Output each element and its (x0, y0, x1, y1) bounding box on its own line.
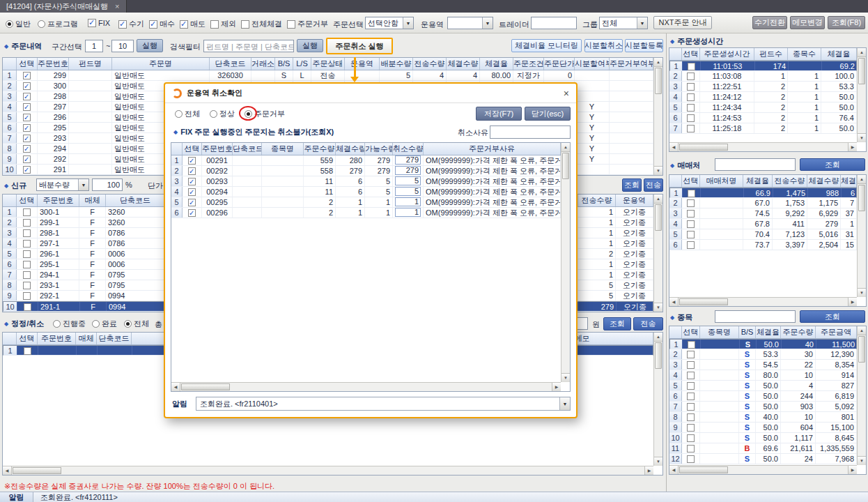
column-header[interactable]: 종목수 (788, 48, 821, 60)
table-row[interactable]: 12S50.0247,968 (669, 454, 857, 464)
scroll-down-icon[interactable]: ▼ (858, 456, 866, 465)
table-row[interactable]: 374.59,2926,92937 (669, 208, 857, 219)
vertical-scrollbar[interactable]: ▲▼ (653, 195, 662, 312)
scroll-right-icon[interactable]: ▶ (848, 298, 857, 306)
row-checkbox[interactable] (23, 93, 31, 100)
table-row[interactable]: 3S54.5228,354 (669, 360, 857, 370)
scroll-right-icon[interactable]: ▶ (848, 466, 857, 474)
horizontal-scrollbar[interactable]: ◀▶ (669, 465, 857, 474)
row-checkbox[interactable] (687, 382, 695, 390)
column-header[interactable]: 체결수량 (447, 58, 480, 70)
table-row[interactable]: 4S80.010914 (669, 370, 857, 381)
scrollbar-thumb[interactable] (562, 153, 569, 179)
column-header[interactable]: 전송수량 (578, 195, 616, 206)
scroll-down-icon[interactable]: ▼ (654, 303, 662, 312)
row-checkbox[interactable] (23, 82, 31, 90)
row-checkbox[interactable] (687, 220, 695, 228)
column-header[interactable]: 주문명 (112, 58, 210, 70)
cancel-qty-input[interactable]: 279 (395, 155, 421, 165)
row-checkbox[interactable] (687, 361, 695, 369)
table-row[interactable]: 9S50.060415,100 (669, 423, 857, 433)
scrollbar-thumb[interactable] (858, 336, 865, 363)
column-header[interactable]: 선택 (17, 195, 38, 206)
sell-checkbox[interactable]: 매도 (180, 19, 206, 29)
chevron-down-icon[interactable]: ▼ (78, 179, 88, 190)
row-checkbox[interactable] (23, 292, 31, 300)
dialog-radio-normal[interactable]: 정상 (210, 109, 235, 119)
manual-checkbox[interactable]: 수기 (118, 19, 144, 29)
cancel-qty-input[interactable]: 279 (395, 166, 421, 175)
scroll-up-icon[interactable]: ▲ (858, 326, 866, 335)
cancel-qty-input[interactable]: 5 (395, 187, 421, 196)
column-header[interactable]: 취소수량 (393, 143, 424, 155)
horizontal-scrollbar[interactable]: ◀▶ (3, 466, 653, 475)
row-checkbox[interactable] (24, 347, 31, 355)
table-row[interactable]: 200292558279279279OM(9999999):가격 제한 폭 오류… (171, 166, 561, 176)
column-header[interactable]: 체결수량 (336, 143, 365, 155)
row-checkbox[interactable] (23, 250, 31, 258)
table-row[interactable]: 40029411655OM(9999999):가격 제한 폭 오류, 주문거 (171, 187, 561, 197)
table-row[interactable]: 166.91,4759886 (669, 188, 857, 198)
column-header[interactable]: B/S (739, 326, 756, 338)
scroll-up-icon[interactable]: ▲ (654, 333, 662, 342)
row-checkbox[interactable] (23, 271, 31, 279)
row-checkbox[interactable] (23, 103, 31, 111)
column-header[interactable]: 선택 (682, 175, 700, 187)
row-checkbox[interactable] (188, 188, 196, 196)
column-header[interactable]: 선택 (682, 48, 700, 60)
alloc-qty-dropdown[interactable]: 배분수량▼ (36, 178, 89, 191)
row-checkbox[interactable] (688, 63, 695, 70)
row-checkbox[interactable] (23, 145, 31, 153)
column-header[interactable]: 단축코드 (106, 195, 165, 206)
scrollbar-thumb[interactable] (679, 144, 728, 151)
column-header[interactable]: 종목명 (262, 143, 304, 155)
row-checkbox[interactable] (23, 261, 31, 268)
row-checkbox[interactable] (23, 166, 31, 174)
column-header[interactable]: 전송수량 (773, 175, 807, 187)
cancel-qty-input[interactable]: 1 (395, 197, 421, 206)
column-header[interactable]: 매매처명 (700, 175, 743, 187)
table-row[interactable]: 267.01,7531,1757 (669, 198, 857, 208)
chevron-down-icon[interactable]: ▼ (403, 17, 413, 29)
dialog-close-button[interactable]: 닫기(esc) (525, 107, 571, 121)
row-checkbox[interactable] (23, 114, 31, 121)
dialog-save-button[interactable]: 저장(F7) (476, 107, 522, 121)
table-row[interactable]: 1299일반매도326030SL전송54480.00지정가0 (3, 70, 653, 81)
row-checkbox[interactable] (188, 157, 196, 165)
vertical-scrollbar[interactable]: ▲▼ (857, 48, 866, 142)
fix-checkbox[interactable]: FIX (88, 19, 110, 27)
table-row[interactable]: 211:03:0811100.0 (669, 71, 857, 82)
column-header[interactable]: 주문조건 (513, 58, 544, 70)
cancel-reason-input[interactable] (490, 126, 571, 139)
dialog-title-bar[interactable]: 운용역 취소확인 × (165, 84, 576, 103)
scroll-left-icon[interactable]: ◀ (669, 143, 679, 151)
table-row[interactable]: 311:22:512153.3 (669, 82, 857, 92)
column-header[interactable]: 주문금액 (816, 326, 857, 338)
row-checkbox[interactable] (687, 199, 695, 207)
vertical-scrollbar[interactable]: ▲▼ (561, 143, 570, 382)
vertical-scrollbar[interactable]: ▲▼ (653, 333, 662, 466)
cancel-qty-input[interactable]: 1 (395, 208, 421, 217)
row-checkbox[interactable] (687, 413, 695, 421)
column-header[interactable]: 체결율 (756, 326, 781, 338)
column-header[interactable]: 종목명 (700, 326, 739, 338)
horizontal-scrollbar[interactable]: ◀▶ (669, 297, 857, 306)
manager-dropdown[interactable]: ▼ (447, 17, 493, 29)
table-row[interactable]: 570.47,1235,01631 (669, 229, 857, 240)
scroll-up-icon[interactable]: ▲ (654, 195, 662, 204)
table-row[interactable]: 5002952111OM(9999999):가격 제한 폭 오류, 주문거 (171, 197, 561, 208)
row-checkbox[interactable] (23, 124, 31, 132)
time-split-cancel-button[interactable]: 시분할취소 (584, 39, 623, 52)
table-row[interactable]: 100291559280279279OM(9999999):가격 제한 폭 오류… (171, 155, 561, 166)
column-header[interactable]: 체결수량 (807, 175, 841, 187)
buy-checkbox[interactable]: 매수 (149, 19, 175, 29)
window-tab[interactable]: [41204] (자문사)주식매매실행 × (0, 0, 127, 13)
scroll-down-icon[interactable]: ▼ (858, 288, 866, 297)
scroll-right-icon[interactable]: ▶ (644, 466, 653, 475)
row-checkbox[interactable] (188, 209, 196, 217)
scroll-left-icon[interactable]: ◀ (669, 298, 679, 306)
scroll-down-icon[interactable]: ▼ (654, 166, 662, 175)
column-header[interactable]: 주문수량 (781, 326, 816, 338)
row-checkbox[interactable] (23, 135, 31, 142)
scroll-up-icon[interactable]: ▲ (858, 175, 866, 184)
